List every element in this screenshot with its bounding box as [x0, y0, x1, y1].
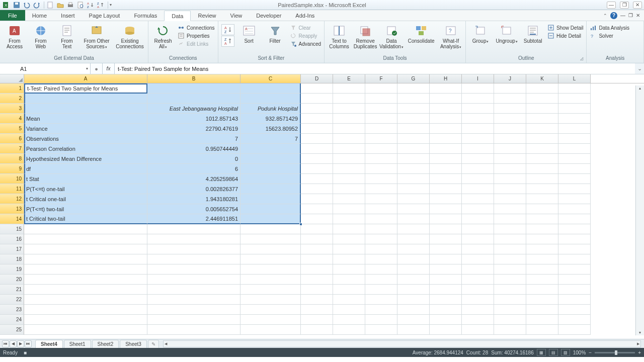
cell-E21[interactable]: [333, 285, 365, 295]
cell-D11[interactable]: [301, 184, 333, 194]
cell-G18[interactable]: [397, 254, 430, 264]
cell-A6[interactable]: Observations: [24, 134, 147, 144]
cell-A25[interactable]: [24, 325, 147, 335]
cell-A13[interactable]: P(T<=t) two-tail: [24, 204, 147, 214]
column-header-A[interactable]: A: [24, 74, 147, 83]
column-header-B[interactable]: B: [147, 74, 240, 83]
cell-G8[interactable]: [397, 154, 430, 164]
cell-H18[interactable]: [430, 254, 462, 264]
from-text-button[interactable]: From Text: [55, 22, 78, 49]
cell-I13[interactable]: [462, 204, 494, 214]
cell-E18[interactable]: [333, 254, 365, 264]
cell-A14[interactable]: t Critical two-tail: [24, 214, 147, 224]
tab-home[interactable]: Home: [25, 10, 54, 21]
cell-G16[interactable]: [397, 234, 430, 244]
cell-L16[interactable]: [558, 234, 591, 244]
cell-L22[interactable]: [558, 295, 591, 305]
help-icon[interactable]: ?: [610, 12, 617, 19]
show-detail-button[interactable]: Show Detail: [547, 24, 583, 31]
cell-G6[interactable]: [397, 134, 430, 144]
cell-B19[interactable]: [147, 264, 240, 275]
cell-D23[interactable]: [301, 305, 333, 315]
cell-D6[interactable]: [301, 134, 333, 144]
cell-B18[interactable]: [147, 254, 240, 264]
cell-C1[interactable]: [240, 83, 301, 94]
minimize-button[interactable]: —: [607, 2, 616, 9]
cell-K10[interactable]: [526, 174, 558, 184]
cell-I21[interactable]: [462, 285, 494, 295]
save-icon[interactable]: [12, 1, 21, 9]
cell-I9[interactable]: [462, 164, 494, 174]
cell-F21[interactable]: [365, 285, 397, 295]
quick-print-icon[interactable]: [66, 1, 75, 9]
cell-K18[interactable]: [526, 254, 558, 264]
cell-I12[interactable]: [462, 194, 494, 204]
cell-K14[interactable]: [526, 214, 558, 224]
cell-H1[interactable]: [430, 83, 462, 94]
cell-I10[interactable]: [462, 174, 494, 184]
cell-A1[interactable]: t-Test: Paired Two Sample for Means: [24, 83, 147, 94]
row-header-15[interactable]: 15: [0, 224, 24, 234]
cell-A22[interactable]: [24, 295, 147, 305]
zoom-out-button[interactable]: −: [589, 350, 592, 355]
cell-F23[interactable]: [365, 305, 397, 315]
cell-L13[interactable]: [558, 204, 591, 214]
cell-H19[interactable]: [430, 264, 462, 275]
cell-F10[interactable]: [365, 174, 397, 184]
cell-J10[interactable]: [494, 174, 526, 184]
cell-J5[interactable]: [494, 124, 526, 134]
cell-F9[interactable]: [365, 164, 397, 174]
sheet-nav-first-icon[interactable]: ⏮: [2, 340, 9, 347]
cell-B20[interactable]: [147, 275, 240, 285]
zoom-slider[interactable]: [595, 352, 635, 353]
cell-B15[interactable]: [147, 224, 240, 234]
cell-A12[interactable]: t Critical one-tail: [24, 194, 147, 204]
column-header-I[interactable]: I: [462, 74, 494, 83]
cell-I23[interactable]: [462, 305, 494, 315]
new-icon[interactable]: [46, 1, 55, 9]
row-header-13[interactable]: 13: [0, 204, 24, 214]
tab-page-layout[interactable]: Page Layout: [82, 10, 127, 21]
redo-icon[interactable]: [32, 1, 41, 9]
cell-E25[interactable]: [333, 325, 365, 335]
cell-E16[interactable]: [333, 234, 365, 244]
cell-D24[interactable]: [301, 315, 333, 325]
group-button[interactable]: Group▾: [469, 22, 492, 44]
row-header-23[interactable]: 23: [0, 305, 24, 315]
cell-G13[interactable]: [397, 204, 430, 214]
cell-L21[interactable]: [558, 285, 591, 295]
cell-H15[interactable]: [430, 224, 462, 234]
cell-B6[interactable]: 7: [147, 134, 240, 144]
cell-A24[interactable]: [24, 315, 147, 325]
cell-B9[interactable]: 6: [147, 164, 240, 174]
cell-F15[interactable]: [365, 224, 397, 234]
cell-L1[interactable]: [558, 83, 591, 94]
cell-K21[interactable]: [526, 285, 558, 295]
cell-B25[interactable]: [147, 325, 240, 335]
cell-I22[interactable]: [462, 295, 494, 305]
cell-E24[interactable]: [333, 315, 365, 325]
row-header-8[interactable]: 8: [0, 154, 24, 164]
cell-A4[interactable]: Mean: [24, 114, 147, 124]
cell-B14[interactable]: 2.446911851: [147, 214, 240, 224]
cell-E9[interactable]: [333, 164, 365, 174]
cell-L20[interactable]: [558, 275, 591, 285]
cell-I18[interactable]: [462, 254, 494, 264]
cell-E10[interactable]: [333, 174, 365, 184]
row-header-18[interactable]: 18: [0, 254, 24, 264]
cell-C8[interactable]: [240, 154, 301, 164]
fill-handle[interactable]: [299, 223, 302, 226]
cell-H11[interactable]: [430, 184, 462, 194]
page-layout-view-button[interactable]: ▤: [549, 349, 558, 356]
data-analysis-button[interactable]: Data Analysis: [590, 24, 629, 31]
clear-filter-button[interactable]: Clear: [290, 24, 321, 31]
cell-C3[interactable]: Podunk Hospital: [240, 104, 301, 114]
cell-H23[interactable]: [430, 305, 462, 315]
cell-J19[interactable]: [494, 264, 526, 275]
column-header-L[interactable]: L: [558, 74, 591, 83]
cell-J18[interactable]: [494, 254, 526, 264]
column-header-F[interactable]: F: [365, 74, 397, 83]
cell-F24[interactable]: [365, 315, 397, 325]
cell-E11[interactable]: [333, 184, 365, 194]
cell-I25[interactable]: [462, 325, 494, 335]
